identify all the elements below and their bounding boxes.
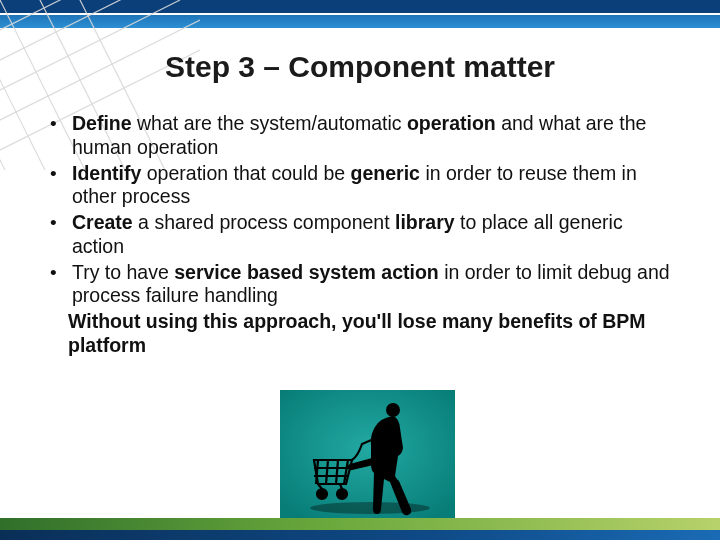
bold-span: Create (72, 211, 133, 233)
text-span: operation that could be (141, 162, 350, 184)
bold-span: service based system action (174, 261, 438, 283)
svg-point-24 (310, 502, 430, 514)
bullet-item: Define what are the system/automatic ope… (68, 112, 678, 160)
text-span: what are the system/automatic (132, 112, 407, 134)
text-span: a shared process component (133, 211, 395, 233)
footer-blue-bar (0, 530, 720, 540)
closing-statement: Without using this approach, you'll lose… (42, 310, 678, 358)
svg-point-21 (337, 489, 347, 499)
bullet-list: Define what are the system/automatic ope… (42, 112, 678, 308)
bold-span: operation (407, 112, 496, 134)
svg-rect-12 (280, 390, 455, 520)
shopper-silhouette-image (280, 390, 455, 520)
slide-body: Define what are the system/automatic ope… (42, 112, 678, 358)
bullet-item: Try to have service based system action … (68, 261, 678, 309)
header-band (0, 0, 720, 28)
bold-span: Define (72, 112, 132, 134)
bold-span: generic (351, 162, 420, 184)
svg-point-20 (317, 489, 327, 499)
svg-point-13 (386, 403, 400, 417)
text-span: Try to have (72, 261, 174, 283)
bullet-item: Identify operation that could be generic… (68, 162, 678, 210)
slide: Step 3 – Component matter Define what ar… (0, 0, 720, 540)
slide-title: Step 3 – Component matter (0, 50, 720, 84)
bullet-item: Create a shared process component librar… (68, 211, 678, 259)
bold-span: library (395, 211, 455, 233)
bold-span: Identify (72, 162, 141, 184)
